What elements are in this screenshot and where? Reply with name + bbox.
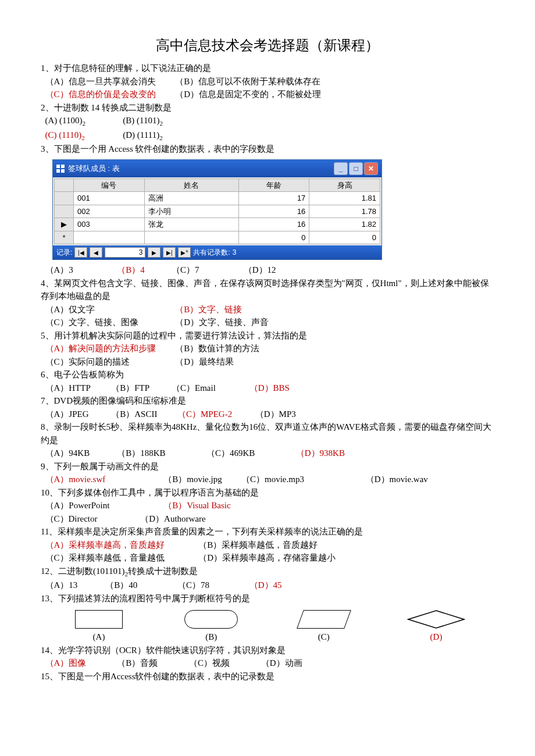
close-button[interactable]: ✕ [364, 162, 378, 175]
nav-current-field[interactable]: 3 [105, 247, 145, 258]
nav-prev-button[interactable]: ◀ [90, 247, 102, 258]
data-table: 编号 姓名 年龄 身高 001 高洲 17 1.81 002 李小明 16 1.… [54, 179, 380, 245]
q12-options: （A）13 （B）40 （C）78 （D）45 [41, 579, 494, 592]
selector-header [55, 179, 74, 192]
svg-marker-0 [408, 611, 464, 628]
nav-first-button[interactable]: |◀ [74, 247, 87, 258]
q6-a: （A）HTTP [45, 381, 109, 395]
q14-b: （B）音频 [117, 657, 187, 670]
page-title: 高中信息技术会考选择题（新课程） [41, 35, 494, 56]
q6-options: （A）HTTP （B）FTP （C）Email （D）BBS [41, 381, 494, 395]
q7-options: （A）JPEG （B）ASCII （C）MPEG-2 （D）MP3 [41, 408, 494, 421]
q5-options-2: （C）实际问题的描述 （D）最终结果 [41, 355, 494, 369]
question-15: 15、下图是一个用Access软件创建的数据表，表中的记录数是 [41, 670, 494, 683]
q11-options-2: （C）采样频率越低，音量越低 （D）采样频率越高，存储容量越小 [41, 551, 494, 565]
question-3: 3、下图是一个用 Access 软件创建的数据表，表中的字段数是 [41, 142, 494, 156]
nav-label: 记录: [56, 247, 72, 258]
q7-c: （C）MPEG-2 [177, 408, 253, 421]
q12-b: （B）40 [105, 579, 175, 592]
q9-options: （A）movie.swf （B）movie.jpg （C）movie.mp3 （… [41, 473, 494, 486]
q14-options: （A）图像 （B）音频 （C）视频 （D）动画 [41, 657, 494, 670]
q8-c: （C）469KB [206, 447, 294, 460]
q1-d: （D）信息是固定不变的，不能被处理 [175, 88, 321, 101]
q8-a: （A）94KB [45, 447, 115, 460]
nav-total: 3 [233, 247, 237, 258]
q7-a: （A）JPEG [45, 408, 109, 421]
q3-d: （D）12 [244, 263, 276, 277]
q4-d: （D）文字、链接、声音 [175, 316, 269, 329]
q12-d: （D）45 [249, 579, 282, 592]
q3-b: （B）4 [117, 263, 169, 277]
col-age: 年龄 [238, 179, 309, 192]
q9-a: （A）movie.swf [45, 473, 162, 486]
q8-d: （D）938KB [296, 447, 345, 460]
q11-b: （B）采样频率越低，音质越好 [198, 539, 318, 552]
q10-c: （C）Director [45, 512, 138, 526]
question-9: 9、下列一般属于动画文件的是 [41, 460, 494, 473]
q9-d: （D）movie.wav [366, 473, 428, 486]
q4-options-2: （C）文字、链接、图像 （D）文字、链接、声音 [41, 316, 494, 329]
diamond-shape [407, 609, 465, 629]
q11-c: （C）采样频率越低，音量越低 [45, 551, 197, 565]
rectangle-shape [75, 610, 123, 629]
col-id: 编号 [74, 179, 145, 192]
q4-b: （B）文字、链接 [175, 303, 242, 316]
q1-options: （A）信息一旦共享就会消失 （B）信息可以不依附于某种载体存在 [41, 75, 494, 88]
q11-a: （A）采样频率越高，音质越好 [45, 539, 197, 552]
q12-a: （A）13 [45, 579, 104, 592]
question-14: 14、光学字符识别（OCR）软件能快速识别字符，其识别对象是 [41, 644, 494, 657]
q9-c: （C）movie.mp3 [241, 473, 363, 486]
q6-c: （C）Email [172, 381, 247, 395]
q14-d: （D）动画 [261, 657, 302, 670]
maximize-button[interactable]: □ [349, 162, 363, 175]
table-row[interactable]: 002 李小明 16 1.78 [55, 205, 380, 218]
q5-b: （B）数值计算的方法 [175, 342, 259, 355]
nav-last-button[interactable]: ▶| [163, 247, 176, 258]
q7-d: （D）MP3 [255, 408, 296, 421]
q11-d: （D）采样频率越高，存储容量越小 [198, 551, 336, 565]
q8-options: （A）94KB （B）188KB （C）469KB （D）938KB [41, 447, 494, 460]
q13-b: (B) [165, 630, 258, 644]
q3-c: （C）7 [172, 263, 241, 277]
question-13: 13、下列描述算法的流程图符号中属于判断框符号的是 [41, 592, 494, 605]
question-2: 2、十进制数 14 转换成二进制数是 [41, 101, 494, 115]
q2-c: (C) (1110)2 [45, 129, 121, 143]
datasheet-icon [56, 165, 65, 173]
question-1: 1、对于信息特征的理解，以下说法正确的是 [41, 62, 494, 75]
q6-d: （D）BBS [249, 381, 290, 395]
q10-a: （A）PowerPoint [45, 499, 162, 512]
nav-next-button[interactable]: ▶ [148, 247, 160, 258]
parallelogram-shape [297, 610, 351, 629]
q7-b: （B）ASCII [111, 408, 175, 421]
q10-options-1: （A）PowerPoint （B）Visual Basic [41, 499, 494, 512]
q5-c: （C）实际问题的描述 [45, 355, 173, 369]
q4-options-1: （A）仅文字 （B）文字、链接 [41, 303, 494, 316]
q14-a: （A）图像 [45, 657, 115, 670]
flowchart-shapes [52, 609, 483, 629]
col-height: 身高 [309, 179, 380, 192]
q3-a: （A）3 [45, 263, 115, 277]
nav-new-button[interactable]: ▶* [178, 247, 191, 258]
question-7: 7、DVD视频的图像编码和压缩标准是 [41, 394, 494, 408]
q8-b: （B）188KB [117, 447, 204, 460]
q13-labels: (A) (B) (C) (D) [52, 630, 483, 644]
q5-options-1: （A）解决问题的方法和步骤 （B）数值计算的方法 [41, 342, 494, 355]
q10-options-2: （C）Director （D）Authorware [41, 512, 494, 526]
minimize-button[interactable]: _ [334, 162, 348, 175]
table-row[interactable]: 001 高洲 17 1.81 [55, 192, 380, 205]
q4-c: （C）文字、链接、图像 [45, 316, 173, 329]
q10-b: （B）Visual Basic [163, 499, 230, 512]
q2-options-1: (A) (1100)2 (B) (1101)2 [41, 114, 494, 129]
window-titlebar: 签球队成员 : 表 _ □ ✕ [53, 160, 381, 177]
question-11: 11、采样频率是决定所采集声音质量的因素之一，下列有关采样频率的说法正确的是 [41, 525, 494, 539]
q2-b: (B) (1101)2 [123, 114, 163, 129]
table-row[interactable]: ▶ 003 张龙 16 1.82 [55, 218, 380, 231]
q10-d: （D）Authorware [140, 512, 205, 526]
question-6: 6、电子公告板简称为 [41, 368, 494, 381]
table-row-new[interactable]: * 0 0 [55, 231, 380, 244]
q2-options-2: (C) (1110)2 (D) (1111)2 [41, 129, 494, 143]
q5-a: （A）解决问题的方法和步骤 [45, 342, 173, 355]
q1-a: （A）信息一旦共享就会消失 [45, 75, 173, 88]
q4-a: （A）仅文字 [45, 303, 173, 316]
q9-b: （B）movie.jpg [163, 473, 239, 486]
